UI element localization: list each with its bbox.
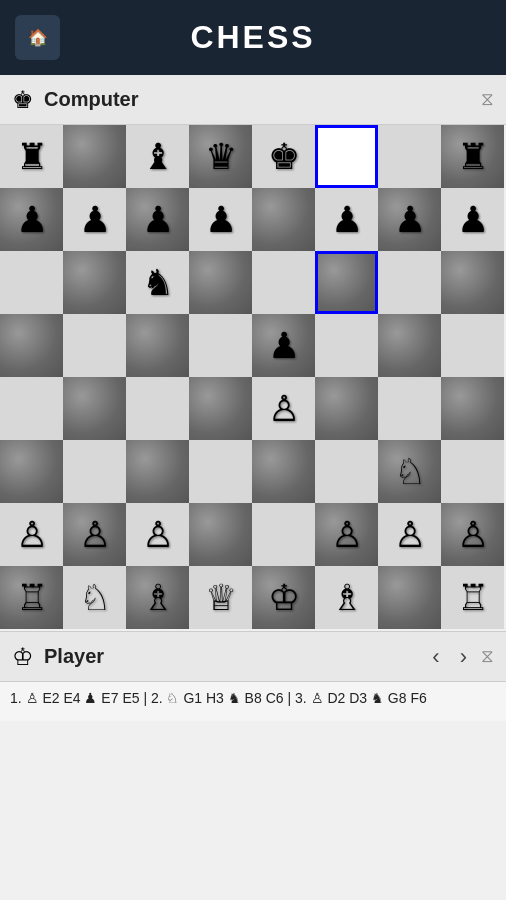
cell-3-4[interactable]: ♟ (252, 314, 315, 377)
cell-2-2[interactable]: ♞ (126, 251, 189, 314)
piece-0-3: ♛ (205, 139, 237, 175)
cell-1-5[interactable]: ♟ (315, 188, 378, 251)
cell-6-2[interactable]: ♙ (126, 503, 189, 566)
cell-7-2[interactable]: ♗ (126, 566, 189, 629)
cell-7-1[interactable]: ♘ (63, 566, 126, 629)
cell-2-7[interactable] (441, 251, 504, 314)
move-log: 1. ♙ E2 E4 ♟ E7 E5 | 2. ♘ G1 H3 ♞ B8 C6 … (0, 681, 506, 721)
player-piece-icon: ♔ (12, 643, 34, 671)
cell-0-4[interactable]: ♚ (252, 125, 315, 188)
computer-bar: ♚ Computer ⧖ (0, 75, 506, 125)
home-icon: 🏠 (28, 28, 48, 47)
cell-4-3[interactable] (189, 377, 252, 440)
cell-2-3[interactable] (189, 251, 252, 314)
computer-label: Computer (44, 88, 481, 111)
cell-4-7[interactable] (441, 377, 504, 440)
forward-arrow[interactable]: › (454, 642, 473, 672)
app-title: CHESS (190, 19, 315, 56)
cell-6-6[interactable]: ♙ (378, 503, 441, 566)
cell-0-1[interactable] (63, 125, 126, 188)
cell-1-0[interactable]: ♟ (0, 188, 63, 251)
cell-5-7[interactable] (441, 440, 504, 503)
cell-3-0[interactable] (0, 314, 63, 377)
piece-1-7: ♟ (457, 202, 489, 238)
piece-6-5: ♙ (331, 517, 363, 553)
cell-5-2[interactable] (126, 440, 189, 503)
cell-7-7[interactable]: ♖ (441, 566, 504, 629)
piece-1-3: ♟ (205, 202, 237, 238)
cell-7-3[interactable]: ♕ (189, 566, 252, 629)
cell-5-4[interactable] (252, 440, 315, 503)
cell-4-6[interactable] (378, 377, 441, 440)
cell-7-6[interactable] (378, 566, 441, 629)
cell-6-5[interactable]: ♙ (315, 503, 378, 566)
computer-timer-icon: ⧖ (481, 89, 494, 110)
piece-0-2: ♝ (142, 139, 174, 175)
cell-1-6[interactable]: ♟ (378, 188, 441, 251)
cell-2-6[interactable] (378, 251, 441, 314)
cell-0-5[interactable] (315, 125, 378, 188)
cell-4-5[interactable] (315, 377, 378, 440)
cell-4-4[interactable]: ♙ (252, 377, 315, 440)
piece-0-0: ♜ (16, 139, 48, 175)
back-arrow[interactable]: ‹ (426, 642, 445, 672)
cell-0-2[interactable]: ♝ (126, 125, 189, 188)
piece-1-5: ♟ (331, 202, 363, 238)
cell-3-1[interactable] (63, 314, 126, 377)
piece-0-4: ♚ (268, 139, 300, 175)
cell-6-0[interactable]: ♙ (0, 503, 63, 566)
cell-1-3[interactable]: ♟ (189, 188, 252, 251)
cell-0-6[interactable] (378, 125, 441, 188)
cell-3-7[interactable] (441, 314, 504, 377)
piece-1-1: ♟ (79, 202, 111, 238)
cell-3-5[interactable] (315, 314, 378, 377)
piece-7-7: ♖ (457, 580, 489, 616)
cell-0-7[interactable]: ♜ (441, 125, 504, 188)
cell-5-3[interactable] (189, 440, 252, 503)
piece-7-2: ♗ (142, 580, 174, 616)
piece-6-0: ♙ (16, 517, 48, 553)
cell-6-3[interactable] (189, 503, 252, 566)
cell-3-6[interactable] (378, 314, 441, 377)
cell-7-5[interactable]: ♗ (315, 566, 378, 629)
cell-2-0[interactable] (0, 251, 63, 314)
cell-4-2[interactable] (126, 377, 189, 440)
cell-4-1[interactable] (63, 377, 126, 440)
player-timer-icon: ⧖ (481, 646, 494, 667)
piece-6-6: ♙ (394, 517, 426, 553)
cell-1-4[interactable] (252, 188, 315, 251)
cell-3-3[interactable] (189, 314, 252, 377)
cell-0-0[interactable]: ♜ (0, 125, 63, 188)
cell-5-5[interactable] (315, 440, 378, 503)
cell-0-3[interactable]: ♛ (189, 125, 252, 188)
cell-1-1[interactable]: ♟ (63, 188, 126, 251)
piece-7-1: ♘ (79, 580, 111, 616)
cell-2-1[interactable] (63, 251, 126, 314)
cell-3-2[interactable] (126, 314, 189, 377)
cell-1-2[interactable]: ♟ (126, 188, 189, 251)
cell-4-0[interactable] (0, 377, 63, 440)
cell-5-6[interactable]: ♘ (378, 440, 441, 503)
cell-2-4[interactable] (252, 251, 315, 314)
home-button[interactable]: 🏠 (15, 15, 60, 60)
piece-4-4: ♙ (268, 391, 300, 427)
piece-7-0: ♖ (16, 580, 48, 616)
piece-7-3: ♕ (205, 580, 237, 616)
cell-6-7[interactable]: ♙ (441, 503, 504, 566)
nav-arrows: ‹ › ⧖ (426, 642, 494, 672)
cell-7-0[interactable]: ♖ (0, 566, 63, 629)
player-label: Player (44, 645, 426, 668)
player-bar: ♔ Player ‹ › ⧖ (0, 631, 506, 681)
cell-6-1[interactable]: ♙ (63, 503, 126, 566)
cell-6-4[interactable] (252, 503, 315, 566)
cell-2-5[interactable] (315, 251, 378, 314)
cell-5-0[interactable] (0, 440, 63, 503)
cell-7-4[interactable]: ♔ (252, 566, 315, 629)
piece-0-7: ♜ (457, 139, 489, 175)
cell-5-1[interactable] (63, 440, 126, 503)
piece-7-5: ♗ (331, 580, 363, 616)
chess-board[interactable]: ♜♝♛♚♜♟♟♟♟♟♟♟♞♟♙♘♙♙♙♙♙♙♖♘♗♕♔♗♖ (0, 125, 506, 631)
cell-1-7[interactable]: ♟ (441, 188, 504, 251)
piece-2-2: ♞ (142, 265, 174, 301)
piece-1-0: ♟ (16, 202, 48, 238)
